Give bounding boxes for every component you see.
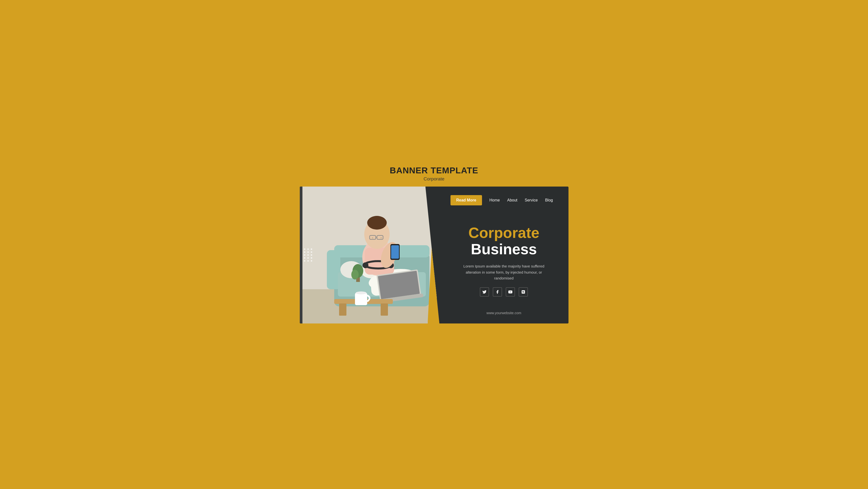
- dot: [307, 249, 309, 250]
- main-content: Corporate Business Lorem Ipsum available…: [451, 220, 557, 297]
- page-wrapper: BANNER TEMPLATE Corporate: [300, 166, 568, 323]
- dot: [311, 260, 312, 262]
- dot: [311, 257, 312, 259]
- dot: [304, 257, 305, 259]
- svg-rect-33: [339, 304, 346, 316]
- youtube-icon[interactable]: [506, 287, 515, 296]
- headline-line2: Business: [468, 241, 539, 257]
- svg-point-22: [380, 237, 382, 238]
- svg-rect-34: [381, 304, 388, 316]
- dot: [311, 251, 312, 253]
- dot: [307, 257, 309, 259]
- dot: [307, 260, 309, 262]
- dot: [304, 260, 305, 262]
- facebook-icon[interactable]: [493, 287, 502, 296]
- svg-point-13: [363, 262, 368, 268]
- svg-point-31: [351, 270, 359, 280]
- dot: [304, 251, 305, 253]
- dot: [304, 254, 305, 256]
- svg-point-17: [373, 216, 381, 225]
- nav-link-service[interactable]: Service: [525, 198, 538, 202]
- dot: [311, 254, 312, 256]
- svg-rect-25: [391, 245, 399, 259]
- page-title: BANNER TEMPLATE: [390, 166, 478, 175]
- headline-block: Corporate Business: [468, 225, 539, 257]
- nav-link-about[interactable]: About: [507, 198, 518, 202]
- dots-decoration: [304, 249, 313, 262]
- nav-link-home[interactable]: Home: [489, 198, 500, 202]
- svg-point-37: [356, 291, 367, 294]
- dot: [311, 249, 312, 250]
- top-title-section: BANNER TEMPLATE Corporate: [390, 166, 478, 182]
- blogger-icon[interactable]: [519, 287, 528, 296]
- page-subtitle: Corporate: [390, 176, 478, 182]
- dot: [307, 254, 309, 256]
- banner-image-section: [300, 186, 439, 323]
- description-text: Lorem Ipsum available the majority have …: [462, 263, 546, 281]
- dot: [307, 251, 309, 253]
- navigation-bar: Read More Home About Service Blog: [451, 195, 557, 205]
- nav-link-blog[interactable]: Blog: [545, 198, 553, 202]
- dot: [304, 249, 305, 250]
- read-more-button[interactable]: Read More: [451, 195, 482, 205]
- website-url: www.yourwebsite.com: [451, 311, 557, 315]
- banner-container: Read More Home About Service Blog Corpor…: [300, 186, 568, 323]
- social-icons-row: [480, 287, 528, 296]
- banner-content-section: Read More Home About Service Blog Corpor…: [439, 186, 568, 323]
- svg-point-21: [372, 237, 373, 238]
- headline-line1: Corporate: [468, 225, 539, 241]
- scene-illustration: [300, 186, 439, 323]
- svg-rect-36: [356, 294, 367, 305]
- twitter-icon[interactable]: [480, 287, 489, 296]
